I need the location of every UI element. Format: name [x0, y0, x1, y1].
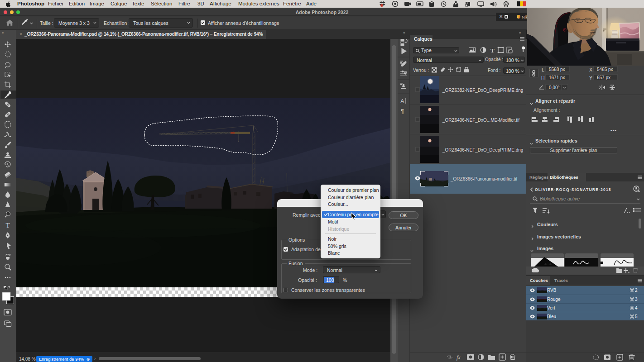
- svg-text:A: A: [400, 98, 404, 105]
- svg-text:fx: fx: [457, 354, 461, 361]
- svg-text:T: T: [5, 222, 10, 229]
- svg-text:¶: ¶: [401, 108, 404, 114]
- svg-text:T: T: [490, 47, 495, 54]
